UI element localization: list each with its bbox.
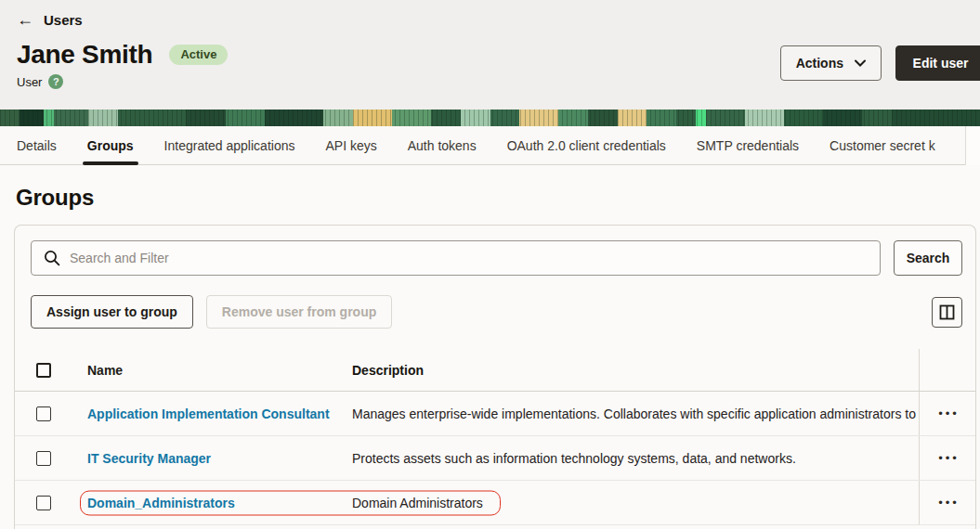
section-title: Groups xyxy=(16,185,980,211)
edit-user-button[interactable]: Edit user xyxy=(895,45,980,81)
remove-user-from-group-button[interactable]: Remove user from group xyxy=(206,295,392,329)
group-name-cell: Domain_Administrators xyxy=(87,496,352,510)
table-body: Application Implementation ConsultantMan… xyxy=(15,392,975,525)
row-checkbox-cell xyxy=(15,451,87,466)
groups-panel: Search Assign user to group Remove user … xyxy=(14,225,976,529)
row-actions-cell: ••• xyxy=(919,392,975,435)
help-icon[interactable]: ? xyxy=(48,74,63,89)
tab-customer-secret-k[interactable]: Customer secret k xyxy=(830,128,935,163)
page-header: ← Users Jane Smith Active User ? Actions… xyxy=(0,0,980,110)
breadcrumb-label: Users xyxy=(44,12,83,28)
table-row: Application Implementation ConsultantMan… xyxy=(15,392,975,436)
row-checkbox-cell xyxy=(15,406,87,421)
search-box xyxy=(31,240,881,276)
actions-dropdown-button[interactable]: Actions xyxy=(780,45,882,81)
table-header-row: Name Description xyxy=(15,349,975,392)
group-description-cell: Manages enterprise-wide implementations.… xyxy=(352,406,919,421)
table-row: IT Security ManagerProtects assets such … xyxy=(15,436,975,481)
search-input[interactable] xyxy=(31,240,881,276)
row-actions-cell: ••• xyxy=(919,481,975,524)
group-name-cell: IT Security Manager xyxy=(87,451,352,466)
tab-details[interactable]: Details xyxy=(17,128,57,163)
group-name-cell: Application Implementation Consultant xyxy=(87,406,352,421)
main-content: Groups Search Assign user to group Remov… xyxy=(0,185,980,529)
row-menu-icon[interactable]: ••• xyxy=(935,452,960,464)
actions-button-label: Actions xyxy=(796,56,843,71)
row-actions-cell: ••• xyxy=(919,436,975,480)
tab-list: DetailsGroupsIntegrated applicationsAPI … xyxy=(17,128,935,163)
tab-smtp-credentials[interactable]: SMTP credentials xyxy=(697,128,799,163)
tab-api-keys[interactable]: API keys xyxy=(325,128,376,163)
header-actions: Actions Edit user xyxy=(780,45,980,81)
table-toolbar: Assign user to group Remove user from gr… xyxy=(15,276,975,329)
tab-overflow-edge xyxy=(965,126,980,165)
group-description-cell: Domain Administrators xyxy=(352,496,919,510)
row-checkbox[interactable] xyxy=(36,496,51,510)
assign-user-to-group-button[interactable]: Assign user to group xyxy=(31,295,193,329)
search-button[interactable]: Search xyxy=(894,240,962,276)
page-title: Jane Smith xyxy=(17,40,152,70)
group-name-link[interactable]: Application Implementation Consultant xyxy=(87,406,330,421)
tab-groups[interactable]: Groups xyxy=(87,128,134,163)
column-header-name: Name xyxy=(87,363,352,378)
decorative-banner xyxy=(0,110,980,126)
search-icon xyxy=(44,250,60,266)
table-row: Domain_AdministratorsDomain Administrato… xyxy=(15,481,975,525)
tab-bar: DetailsGroupsIntegrated applicationsAPI … xyxy=(0,126,980,165)
user-detail-page: ← Users Jane Smith Active User ? Actions… xyxy=(0,0,980,529)
header-checkbox-cell xyxy=(15,363,87,378)
manage-columns-button[interactable] xyxy=(932,297,962,328)
column-header-actions xyxy=(919,349,975,391)
column-header-description: Description xyxy=(352,363,919,378)
columns-icon xyxy=(939,304,955,320)
group-name-link[interactable]: Domain_Administrators xyxy=(87,496,235,510)
row-checkbox[interactable] xyxy=(36,451,51,466)
tab-integrated-applications[interactable]: Integrated applications xyxy=(164,128,295,163)
chevron-down-icon xyxy=(855,59,866,67)
tab-oauth-2-0-client-credentials[interactable]: OAuth 2.0 client credentials xyxy=(507,128,666,163)
search-row: Search xyxy=(15,226,975,276)
row-menu-icon[interactable]: ••• xyxy=(935,497,960,509)
breadcrumb-back-users[interactable]: ← Users xyxy=(17,11,83,28)
tab-auth-tokens[interactable]: Auth tokens xyxy=(408,128,477,163)
row-menu-icon[interactable]: ••• xyxy=(935,407,960,419)
status-badge: Active xyxy=(169,45,228,65)
group-description-cell: Protects assets such as information tech… xyxy=(352,451,919,466)
select-all-checkbox[interactable] xyxy=(36,363,51,378)
user-type-label: User xyxy=(17,75,42,89)
group-name-link[interactable]: IT Security Manager xyxy=(87,451,211,466)
row-checkbox[interactable] xyxy=(36,406,51,421)
back-arrow-icon: ← xyxy=(17,11,33,28)
row-checkbox-cell xyxy=(15,496,87,510)
groups-table: Name Description Application Implementat… xyxy=(15,349,975,525)
